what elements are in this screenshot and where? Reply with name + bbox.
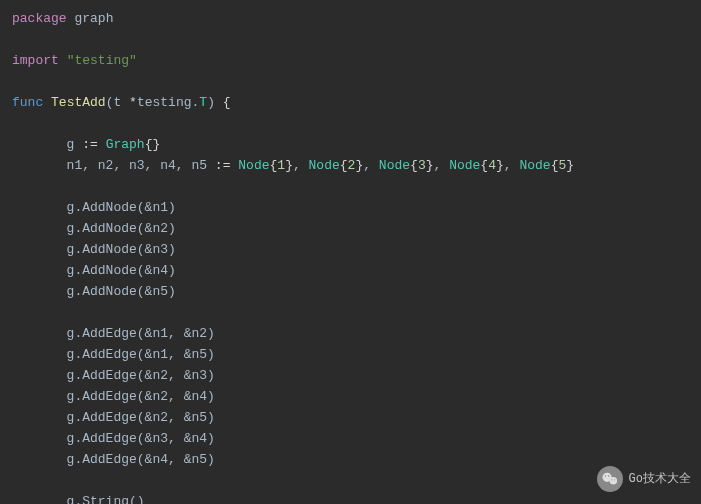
code-line [12,176,689,197]
keyword-package: package [12,11,67,26]
code-line [12,113,689,134]
code-line [12,470,689,491]
code-line [12,71,689,92]
param-name: t [113,95,121,110]
code-line: g.String() [12,491,689,504]
code-line [12,302,689,323]
svg-point-5 [614,479,615,480]
keyword-import: import [12,53,59,68]
code-line: g.AddEdge(&n2, &n4) [12,386,689,407]
code-line: g.AddNode(&n1) [12,197,689,218]
code-line: g.AddEdge(&n1, &n5) [12,344,689,365]
svg-point-3 [608,475,610,477]
code-line: func TestAdd(t *testing.T) { [12,92,689,113]
code-line: g.AddEdge(&n2, &n5) [12,407,689,428]
code-line: g := Graph{} [12,134,689,155]
code-line: g.AddNode(&n2) [12,218,689,239]
wechat-icon [597,466,623,492]
code-line: g.AddEdge(&n4, &n5) [12,449,689,470]
watermark-text: Go技术大全 [629,469,691,490]
code-line: import "testing" [12,50,689,71]
code-line: g.AddNode(&n5) [12,281,689,302]
package-name: graph [74,11,113,26]
param-type: T [199,95,207,110]
keyword-func: func [12,95,43,110]
watermark: Go技术大全 [597,466,691,492]
svg-point-1 [609,477,617,485]
code-line: g.AddNode(&n3) [12,239,689,260]
svg-point-4 [611,479,612,480]
code-line: g.AddEdge(&n2, &n3) [12,365,689,386]
type-graph: Graph [106,137,145,152]
func-name: TestAdd [51,95,106,110]
code-line: package graph [12,8,689,29]
code-block: package graph import "testing" func Test… [12,8,689,504]
code-line: n1, n2, n3, n4, n5 := Node{1}, Node{2}, … [12,155,689,176]
code-line [12,29,689,50]
import-path: "testing" [67,53,137,68]
code-line: g.AddEdge(&n3, &n4) [12,428,689,449]
svg-point-2 [604,475,606,477]
code-line: g.AddNode(&n4) [12,260,689,281]
code-line: g.AddEdge(&n1, &n2) [12,323,689,344]
